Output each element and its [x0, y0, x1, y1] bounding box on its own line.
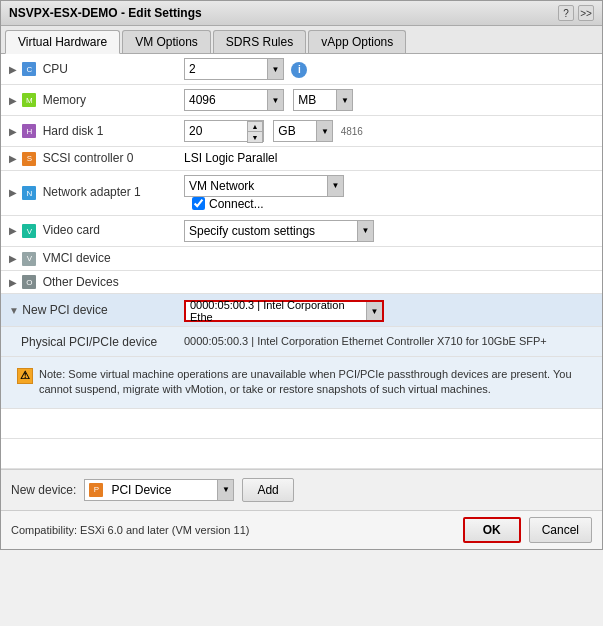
other-icon: O: [22, 275, 36, 289]
video-icon: V: [22, 224, 36, 238]
table-row: ▶ V VMCI device: [1, 246, 602, 270]
title-bar-left: NSVPX-ESX-DEMO - Edit Settings: [9, 6, 202, 20]
cpu-value: 2 ▼ i: [176, 54, 602, 85]
video-label: ▶ V Video card: [1, 215, 176, 246]
tab-virtual-hardware[interactable]: Virtual Hardware: [5, 30, 120, 54]
cpu-info-icon[interactable]: i: [291, 62, 307, 78]
cancel-button[interactable]: Cancel: [529, 517, 592, 543]
spacer-row: [1, 438, 602, 468]
pci-dropdown-arrow: ▼: [366, 302, 382, 320]
content-area: ▶ C CPU 2 ▼ i ▶: [1, 54, 602, 469]
scsi-label: ▶ S SCSI controller 0: [1, 147, 176, 171]
hard-disk-input[interactable]: [185, 121, 245, 141]
cpu-dropdown[interactable]: 2 ▼: [184, 58, 284, 80]
network-value: VM Network ▼ Connect...: [176, 170, 602, 215]
memory-icon: M: [22, 93, 36, 107]
scsi-expand[interactable]: ▶: [9, 153, 19, 163]
physical-pci-label: Physical PCI/PCIe device: [1, 327, 176, 357]
cpu-label: ▶ C CPU: [1, 54, 176, 85]
network-label: ▶ N Network adapter 1: [1, 170, 176, 215]
other-value: [176, 270, 602, 294]
other-label: ▶ O Other Devices: [1, 270, 176, 294]
table-row: ▶ C CPU 2 ▼ i: [1, 54, 602, 85]
vmci-icon: V: [22, 252, 36, 266]
hard-disk-value: ▲ ▼ GB ▼ 4816: [176, 116, 602, 147]
warning-icon: ⚠: [17, 368, 33, 384]
memory-value: 4096 ▼ MB ▼: [176, 85, 602, 116]
note-text: Note: Some virtual machine operations ar…: [39, 367, 586, 398]
note-box: ⚠ Note: Some virtual machine operations …: [9, 361, 594, 404]
spacer-row: [1, 408, 602, 438]
memory-dropdown-arrow: ▼: [267, 90, 283, 110]
device-description: 0000:05:00.3 | Intel Corporation Etherne…: [184, 331, 594, 352]
table-row: ▶ V Video card Specify custom settings ▼: [1, 215, 602, 246]
edit-settings-window: NSVPX-ESX-DEMO - Edit Settings ? >> Virt…: [0, 0, 603, 550]
physical-pci-value: 0000:05:00.3 | Intel Corporation Etherne…: [176, 327, 602, 357]
hard-disk-spin-up[interactable]: ▲: [248, 122, 262, 132]
vmci-label: ▶ V VMCI device: [1, 246, 176, 270]
network-dropdown[interactable]: VM Network ▼: [184, 175, 344, 197]
physical-pci-row: Physical PCI/PCIe device 0000:05:00.3 | …: [1, 327, 602, 357]
cpu-dropdown-arrow: ▼: [267, 59, 283, 79]
memory-dropdown[interactable]: 4096 ▼: [184, 89, 284, 111]
network-expand[interactable]: ▶: [9, 187, 19, 197]
new-pci-label: ▼ New PCI device: [1, 294, 176, 327]
cpu-icon: C: [22, 62, 36, 76]
hard-disk-extra-num: 4816: [341, 126, 363, 137]
new-pci-row: ▼ New PCI device 0000:05:00.3 | Intel Co…: [1, 294, 602, 327]
network-connect-checkbox[interactable]: [192, 197, 205, 210]
hard-disk-expand[interactable]: ▶: [9, 126, 19, 136]
network-connect-label: Connect...: [192, 197, 594, 211]
network-icon: N: [22, 186, 36, 200]
scsi-value: LSI Logic Parallel: [176, 147, 602, 171]
new-device-dropdown-arrow: ▼: [217, 480, 233, 500]
tab-vapp-options[interactable]: vApp Options: [308, 30, 406, 53]
expand-button[interactable]: >>: [578, 5, 594, 21]
video-expand[interactable]: ▶: [9, 225, 19, 235]
new-device-dropdown[interactable]: P PCI Device ▼: [84, 479, 234, 501]
tab-vm-options[interactable]: VM Options: [122, 30, 211, 53]
add-button[interactable]: Add: [242, 478, 293, 502]
scsi-icon: S: [22, 152, 36, 166]
hard-disk-label: ▶ H Hard disk 1: [1, 116, 176, 147]
settings-table: ▶ C CPU 2 ▼ i ▶: [1, 54, 602, 469]
memory-expand[interactable]: ▶: [9, 95, 19, 105]
compatibility-text: Compatibility: ESXi 6.0 and later (VM ve…: [11, 524, 249, 536]
pci-device-dropdown[interactable]: 0000:05:00.3 | Intel Corporation Ethe ▼: [184, 300, 384, 322]
tab-sdrs-rules[interactable]: SDRS Rules: [213, 30, 306, 53]
window-title: NSVPX-ESX-DEMO - Edit Settings: [9, 6, 202, 20]
action-buttons: OK Cancel: [463, 517, 592, 543]
video-value: Specify custom settings ▼: [176, 215, 602, 246]
video-dropdown-arrow: ▼: [357, 221, 373, 241]
table-row: ▶ M Memory 4096 ▼ MB ▼: [1, 85, 602, 116]
network-dropdown-arrow: ▼: [327, 176, 343, 196]
new-pci-expand[interactable]: ▼: [9, 305, 19, 315]
hard-disk-icon: H: [22, 124, 36, 138]
title-bar: NSVPX-ESX-DEMO - Edit Settings ? >>: [1, 1, 602, 26]
hard-disk-unit-dropdown[interactable]: GB ▼: [273, 120, 333, 142]
memory-unit-arrow: ▼: [336, 90, 352, 110]
hard-disk-unit-arrow: ▼: [316, 121, 332, 141]
table-row: ▶ S SCSI controller 0 LSI Logic Parallel: [1, 147, 602, 171]
table-row: ▶ H Hard disk 1 ▲ ▼ GB: [1, 116, 602, 147]
title-bar-right: ? >>: [558, 5, 594, 21]
tabs-container: Virtual Hardware VM Options SDRS Rules v…: [1, 26, 602, 54]
hard-disk-spinner: ▲ ▼: [247, 121, 263, 143]
bottom-bar: New device: P PCI Device ▼ Add: [1, 469, 602, 510]
table-row: ▶ N Network adapter 1 VM Network ▼ Conne…: [1, 170, 602, 215]
hard-disk-input-wrap: ▲ ▼: [184, 120, 264, 142]
other-expand[interactable]: ▶: [9, 277, 19, 287]
table-row: ▶ O Other Devices: [1, 270, 602, 294]
new-device-label: New device:: [11, 483, 76, 497]
status-bar: Compatibility: ESXi 6.0 and later (VM ve…: [1, 510, 602, 549]
memory-label: ▶ M Memory: [1, 85, 176, 116]
cpu-expand[interactable]: ▶: [9, 64, 19, 74]
vmci-value: [176, 246, 602, 270]
ok-button[interactable]: OK: [463, 517, 521, 543]
help-button[interactable]: ?: [558, 5, 574, 21]
note-row: ⚠ Note: Some virtual machine operations …: [1, 356, 602, 408]
video-dropdown[interactable]: Specify custom settings ▼: [184, 220, 374, 242]
hard-disk-spin-down[interactable]: ▼: [248, 132, 262, 142]
memory-unit-dropdown[interactable]: MB ▼: [293, 89, 353, 111]
vmci-expand[interactable]: ▶: [9, 253, 19, 263]
